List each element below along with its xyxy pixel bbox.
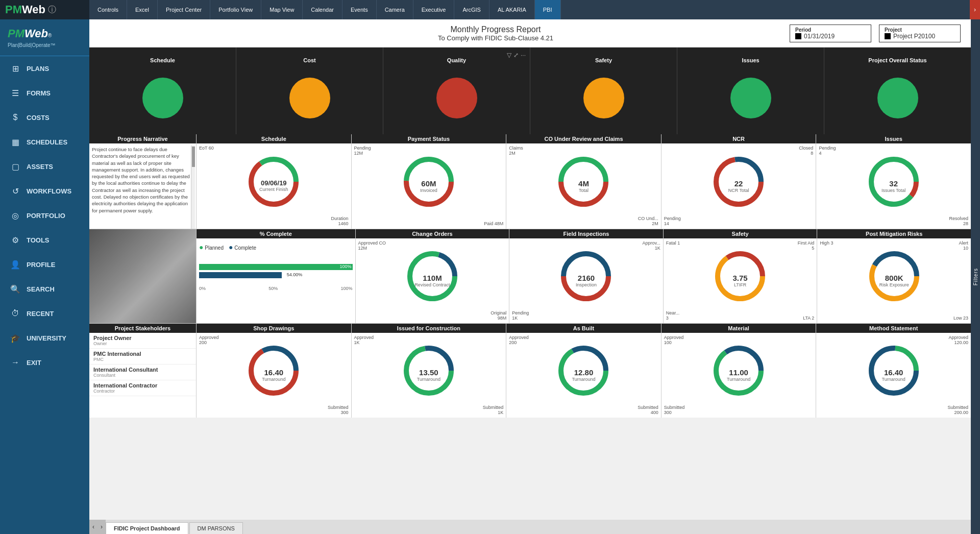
safety-value: 3.75 bbox=[732, 274, 747, 282]
stakeholder-consultant: International Consultant Consultant bbox=[89, 365, 196, 380]
status-overall-circle bbox=[877, 78, 918, 118]
stakeholder-owner: Project Owner Owner bbox=[89, 333, 196, 349]
nav-arcgis[interactable]: ArcGIS bbox=[454, 0, 489, 19]
filter-panel[interactable]: Filters bbox=[971, 19, 980, 534]
sidebar-item-plans[interactable]: ⊞ PLANS bbox=[0, 56, 89, 81]
more-icon[interactable]: ··· bbox=[521, 52, 526, 59]
sidebar-label-plans: PLANS bbox=[27, 65, 49, 72]
period-project-section: Period 01/31/2019 Project Project P20100 bbox=[790, 25, 961, 42]
info-icon[interactable]: ⓘ bbox=[48, 5, 56, 15]
nav-executive[interactable]: Executive bbox=[413, 0, 455, 19]
material-center: 11.00 Turnaround bbox=[727, 368, 750, 382]
ifc-approved-label: Approved1K bbox=[354, 335, 374, 345]
post-mitigation-cell: Post Mitigation Risks High 3 Alert10 Low… bbox=[817, 229, 971, 323]
sidebar-label-costs: COSTS bbox=[27, 114, 50, 122]
ms-value: 16.40 bbox=[882, 368, 905, 377]
ncr-center: 22 NCR Total bbox=[728, 179, 749, 192]
duration-label: Duration1460 bbox=[331, 216, 349, 226]
period-value: 01/31/2019 bbox=[795, 33, 866, 40]
ab-approved-label: Approved200 bbox=[509, 335, 529, 345]
ifc-title: Issued for Construction bbox=[352, 324, 506, 333]
axis-100: 100% bbox=[341, 286, 353, 291]
sidebar-label-schedules: SCHEDULES bbox=[27, 138, 67, 146]
sidebar-tagline: Plan|Build|Operate™ bbox=[8, 42, 82, 48]
ab-center: 12.80 Turnaround bbox=[572, 368, 595, 382]
sd-title: Shop Drawings bbox=[197, 324, 351, 333]
right-arrow[interactable]: › bbox=[970, 0, 980, 19]
ab-value: 12.80 bbox=[572, 368, 595, 377]
sidebar-item-forms[interactable]: ☰ FORMS bbox=[0, 81, 89, 105]
nav-events[interactable]: Events bbox=[342, 0, 377, 19]
material-cell: Material Approved100 Submitted300 11.00 … bbox=[662, 324, 817, 418]
recent-icon: ⏱ bbox=[9, 307, 21, 320]
ncr-value: 22 bbox=[728, 179, 749, 187]
axis-0: 0% bbox=[199, 286, 206, 291]
pct-axis: 0% 50% 100% bbox=[199, 286, 353, 291]
safety-center: 3.75 LTIFR bbox=[732, 274, 747, 287]
sidebar-label-workflows: WORKFLOWS bbox=[27, 187, 71, 195]
sidebar-item-profile[interactable]: 👤 PROFILE bbox=[0, 252, 89, 277]
expand-icon[interactable]: ⤢ bbox=[513, 52, 519, 59]
scrollbar-thumb bbox=[192, 147, 195, 167]
exit-icon: → bbox=[9, 356, 21, 369]
planned-legend: ● Planned bbox=[199, 243, 224, 251]
nav-project-center[interactable]: Project Center bbox=[158, 0, 210, 19]
nav-excel[interactable]: Excel bbox=[127, 0, 158, 19]
fi-label: Inspection bbox=[576, 282, 597, 287]
nav-pbi[interactable]: PBI bbox=[535, 0, 561, 19]
shop-drawings-cell: Shop Drawings Approved200 Submitted300 1… bbox=[197, 324, 352, 418]
fatal-label: Fatal 1 bbox=[666, 240, 680, 246]
filter-icon[interactable]: ▽ bbox=[507, 52, 511, 59]
status-issues: Issues bbox=[677, 47, 824, 134]
ncr-pending-label: Pending14 bbox=[664, 216, 681, 226]
issues-pending-label: Pending4 bbox=[819, 145, 836, 156]
ncr-cell: NCR Closed8 Pending14 22 NCR Total bbox=[662, 134, 817, 229]
nav-portfolio-view[interactable]: Portfolio View bbox=[210, 0, 261, 19]
sidebar-item-recent[interactable]: ⏱ RECENT bbox=[0, 301, 89, 326]
narrative-header: Progress Narrative bbox=[89, 134, 196, 143]
planned-bar: 100% bbox=[199, 264, 353, 270]
fi-center: 2160 Inspection bbox=[576, 274, 597, 287]
issues-center: 32 Issues Total bbox=[881, 179, 905, 192]
university-icon: 🎓 bbox=[9, 332, 21, 344]
sidebar-item-assets[interactable]: ▢ ASSETS bbox=[0, 154, 89, 179]
complete-bar: 54.00% bbox=[199, 272, 282, 278]
ms-label: Turnaround bbox=[882, 377, 905, 382]
nav-map-view[interactable]: Map View bbox=[261, 0, 303, 19]
sidebar-item-exit[interactable]: → EXIT bbox=[0, 350, 89, 375]
nav-alakaria[interactable]: AL AKARIA bbox=[489, 0, 535, 19]
period-square bbox=[795, 33, 801, 39]
status-quality: Quality ▽ ⤢ ··· bbox=[383, 47, 530, 134]
ifc-submitted-label: Submitted1K bbox=[483, 405, 504, 415]
tab-arrow-left[interactable]: ‹ bbox=[89, 520, 97, 534]
pct-legend: ● Planned ● Complete bbox=[199, 243, 353, 251]
sidebar-item-search[interactable]: 🔍 SEARCH bbox=[0, 277, 89, 301]
sidebar-item-university[interactable]: 🎓 UNIVERSITY bbox=[0, 326, 89, 350]
mat-approved-label: Approved100 bbox=[664, 335, 684, 345]
sidebar-item-workflows[interactable]: ↺ WORKFLOWS bbox=[0, 179, 89, 203]
sidebar-label-tools: TOOLS bbox=[27, 236, 50, 244]
issues-resolved-label: Resolved28 bbox=[949, 216, 968, 226]
tab-arrow-right[interactable]: › bbox=[97, 520, 106, 534]
nav-camera[interactable]: Camera bbox=[377, 0, 413, 19]
narrative-scrollbar[interactable] bbox=[191, 145, 195, 229]
nav-calendar[interactable]: Calendar bbox=[303, 0, 342, 19]
material-label: Turnaround bbox=[727, 377, 750, 382]
sidebar-item-costs[interactable]: $ COSTS bbox=[0, 105, 89, 130]
status-overall-label: Project Overall Status bbox=[824, 56, 971, 65]
co-original-label: Original98M bbox=[491, 310, 506, 321]
stakeholder-pmc-role: PMC bbox=[93, 357, 192, 362]
fi-pending-label: Pending1K bbox=[512, 310, 529, 321]
percent-complete-cell: % Complete ● Planned ● Complete 100% 54.… bbox=[197, 229, 356, 323]
status-schedule-label: Schedule bbox=[89, 56, 236, 65]
status-row: Schedule Cost Quality ▽ ⤢ ··· bbox=[89, 47, 971, 134]
nav-controls[interactable]: Controls bbox=[89, 0, 127, 19]
sidebar-item-schedules[interactable]: ▦ SCHEDULES bbox=[0, 130, 89, 154]
tab-dm-parsons[interactable]: DM PARSONS bbox=[189, 522, 243, 534]
stakeholder-consultant-role: Consultant bbox=[93, 373, 192, 378]
sidebar-item-portfolio[interactable]: ◎ PORTFOLIO bbox=[0, 203, 89, 228]
method-statement-cell: Method Statement Approved120.00 Submitte… bbox=[816, 324, 971, 418]
tab-fidic[interactable]: FIDIC Project Dashboard bbox=[106, 522, 188, 534]
sidebar-item-tools[interactable]: ⚙ TOOLS bbox=[0, 228, 89, 252]
ifc-label: Turnaround bbox=[417, 377, 440, 382]
